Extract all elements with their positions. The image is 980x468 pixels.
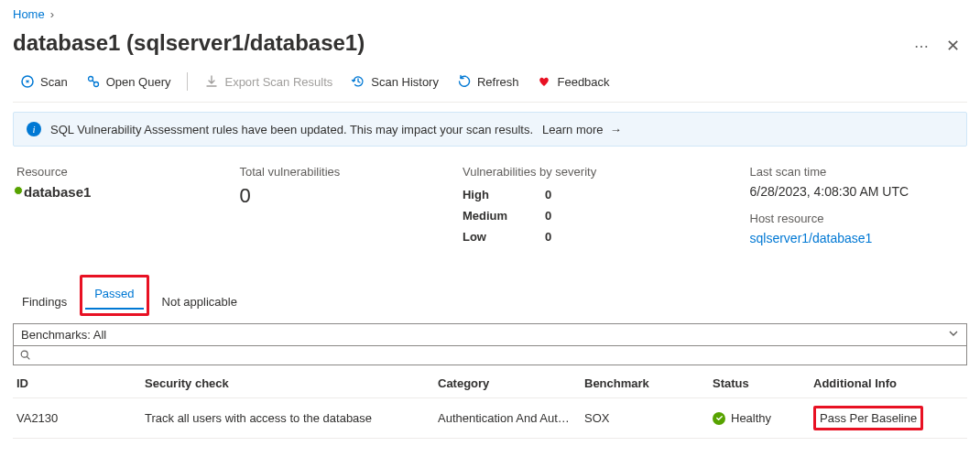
banner-text: SQL Vulnerability Assessment rules have … (50, 123, 533, 136)
scan-time-value: 6/28/2023, 4:08:30 AM UTC (750, 184, 964, 199)
cell-additional-info: Pass Per Baseline (820, 411, 917, 425)
refresh-icon (457, 74, 472, 89)
breadcrumb-home[interactable]: Home (13, 7, 45, 21)
benchmarks-dropdown[interactable]: Benchmarks: All (13, 323, 967, 346)
heart-icon (537, 74, 551, 89)
download-icon (204, 74, 219, 89)
chevron-right-icon: › (50, 7, 54, 21)
search-icon (19, 349, 32, 362)
history-button[interactable]: Scan History (343, 71, 446, 93)
filter-search-input[interactable] (13, 346, 967, 365)
medium-value: 0 (545, 209, 582, 223)
stats-row: Resource database1 Total vulnerabilities… (13, 147, 967, 262)
chevron-down-icon (948, 328, 959, 342)
query-icon (86, 74, 101, 89)
tab-passed[interactable]: Passed (85, 279, 143, 310)
high-label: High (463, 188, 545, 201)
tab-not-applicable[interactable]: Not applicable (153, 288, 246, 316)
cell-benchmark: SOX (584, 411, 713, 425)
cell-status: Healthy (731, 411, 771, 425)
svg-point-1 (88, 77, 93, 82)
table-row[interactable]: VA2130 Track all users with access to th… (13, 398, 967, 439)
highlight-box: Passed (80, 275, 148, 316)
col-category[interactable]: Category (438, 376, 584, 390)
export-button: Export Scan Results (197, 71, 340, 93)
more-actions-button[interactable]: ⋯ (905, 38, 938, 55)
toolbar-separator (187, 72, 188, 91)
svg-line-5 (27, 356, 29, 359)
col-additional-info[interactable]: Additional Info (813, 376, 951, 390)
severity-label: Vulnerabilities by severity (463, 165, 741, 179)
command-bar: Scan Open Query Export Scan Results Scan… (13, 65, 967, 103)
feedback-button[interactable]: Feedback (529, 71, 616, 93)
col-benchmark[interactable]: Benchmark (584, 376, 713, 390)
page-title: database1 (sqlserver1/database1) (13, 30, 905, 56)
svg-line-3 (93, 81, 94, 82)
close-icon: ✕ (946, 36, 960, 56)
total-vuln-value: 0 (239, 184, 452, 208)
col-security-check[interactable]: Security check (145, 376, 438, 390)
svg-point-4 (21, 351, 27, 357)
svg-point-2 (93, 82, 98, 87)
history-icon (351, 74, 365, 89)
resource-label: Resource (16, 165, 230, 179)
learn-more-link[interactable]: Learn more → (542, 123, 622, 136)
scan-button[interactable]: Scan (13, 71, 75, 93)
total-vuln-label: Total vulnerabilities (239, 165, 452, 179)
low-label: Low (463, 230, 545, 244)
low-value: 0 (545, 230, 582, 244)
host-resource-link[interactable]: sqlserver1/database1 (750, 231, 964, 245)
close-button[interactable]: ✕ (938, 31, 967, 60)
tab-findings[interactable]: Findings (13, 288, 76, 316)
high-value: 0 (545, 188, 582, 201)
refresh-button[interactable]: Refresh (450, 71, 527, 93)
host-resource-label: Host resource (750, 212, 964, 225)
cell-category: Authentication And Aut… (438, 411, 584, 425)
results-table: ID Security check Category Benchmark Sta… (13, 369, 967, 439)
cell-security-check: Track all users with access to the datab… (145, 411, 438, 425)
col-status[interactable]: Status (713, 376, 813, 390)
info-icon: i (27, 122, 41, 136)
info-banner: i SQL Vulnerability Assessment rules hav… (13, 112, 967, 147)
highlight-box: Pass Per Baseline (813, 406, 923, 430)
cell-id: VA2130 (16, 411, 145, 425)
scan-time-label: Last scan time (750, 165, 964, 179)
healthy-icon (713, 412, 725, 425)
result-tabs: Findings Passed Not applicable (13, 275, 967, 316)
medium-label: Medium (463, 209, 545, 223)
open-query-button[interactable]: Open Query (79, 71, 179, 93)
breadcrumb: Home › (13, 4, 967, 27)
scan-icon (20, 74, 35, 89)
col-id[interactable]: ID (16, 376, 145, 390)
resource-name: database1 (24, 184, 91, 200)
